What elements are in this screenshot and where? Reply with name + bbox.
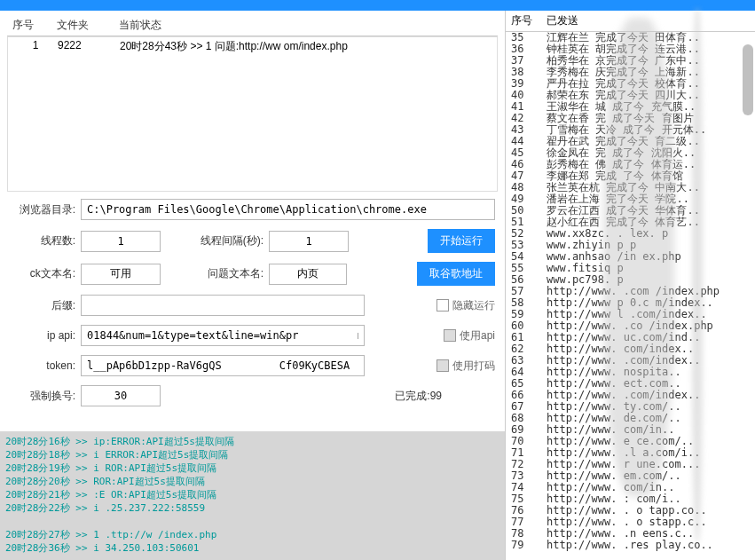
table-row[interactable]: 78http://www. .n eens.c.. [506,528,755,540]
left-table-header: 序号 文件夹 当前状态 [7,15,498,36]
settings-form: 浏览器目录: 线程数: 线程间隔(秒): 开始运行 ck文本名: 问题文本名: … [7,192,498,422]
window-topbar [0,0,755,11]
suffix-input[interactable] [81,295,365,316]
done-status: 已完成:99 [395,389,442,404]
threads-label: 线程数: [10,233,75,248]
log-line: 20时28分16秒 >> ip:ERROR:API超过5s提取间隔 [5,435,499,448]
log-line: 20时28分36秒 >> i 34.250.103:50601 [5,541,499,555]
usecode-label: 使用打码 [452,359,495,374]
start-button[interactable]: 开始运行 [428,229,495,253]
scrollbar[interactable] [743,44,753,115]
table-row[interactable]: 79http://www. .res play.co.. [506,540,755,551]
log-line: 20时28分19秒 >> i ROR:API超过5s提取间隔 [5,461,499,475]
ck-input[interactable] [81,264,161,285]
question-input[interactable] [269,264,347,285]
hide-checkbox-wrap[interactable]: 隐藏运行 [436,298,495,313]
usecode-checkbox-wrap[interactable]: 使用打码 [436,359,495,374]
force-label: 强制换号: [10,389,75,404]
table-row[interactable]: 76http://www. . o tapp.co.. [506,505,755,517]
left-table-body: 1 9222 20时28分43秒 >> 1 问题:http://ww om/in… [7,36,498,192]
token-label: token: [10,359,75,372]
useapi-label: 使用api [460,328,495,343]
force-input[interactable] [81,385,161,406]
ck-label: ck文本名: [10,266,75,281]
col-no: 序号 [7,15,51,35]
table-row[interactable]: 77http://www. . o stapp.c.. [506,517,755,528]
ipapi-label: ip api: [10,329,75,342]
question-label: 问题文本名: [198,266,263,281]
log-line [5,515,499,528]
log-line: 20时28分22秒 >> i .25.237.222:58559 [5,501,499,515]
ipapi-input[interactable] [81,325,365,346]
cell-folder: 9222 [58,39,120,54]
suffix-label: 后缀: [10,298,75,313]
interval-input[interactable] [269,231,349,252]
log-panel: 20时28分16秒 >> ip:ERROR:API超过5s提取间隔20时28分1… [0,431,505,560]
log-line: 20时28分20秒 >> ROR:API超过5s提取间隔 [5,475,499,488]
token-input[interactable] [81,355,365,376]
google-button[interactable]: 取谷歌地址 [417,262,495,286]
blur-overlay [603,18,674,497]
cell-no: 79 [511,540,547,551]
hide-label: 隐藏运行 [452,298,495,313]
cell-sent: http://www. . o tapp.co.. [547,505,750,517]
cell-status: 20时28分43秒 >> 1 问题:http://ww om/index.php [120,39,492,54]
threads-input[interactable] [81,231,161,252]
col-status: 当前状态 [114,15,498,35]
cell-sent: http://www. .res play.co.. [547,540,750,551]
log-line [5,555,499,560]
interval-label: 线程间隔(秒): [198,233,263,248]
browser-path-input[interactable] [81,199,495,220]
cell-no: 1 [13,39,58,54]
checkbox-icon [436,359,449,372]
table-row[interactable]: 1 9222 20时28分43秒 >> 1 问题:http://ww om/in… [8,37,497,56]
left-panel: 序号 文件夹 当前状态 1 9222 20时28分43秒 >> 1 问题:htt… [0,11,505,560]
log-line: 20时28分21秒 >> :E OR:API超过5s提取间隔 [5,488,499,501]
col-no: 序号 [511,13,547,28]
useapi-checkbox-wrap[interactable]: 使用api [444,328,495,343]
blur-overlay [692,9,703,541]
checkbox-icon [444,329,456,342]
cell-sent: http://www. . o stapp.c.. [547,517,750,528]
checkbox-icon [436,299,449,312]
col-folder: 文件夹 [51,15,114,35]
cell-sent: http://www. .n eens.c.. [547,528,750,540]
browser-label: 浏览器目录: [10,202,75,217]
log-line: 20时28分18秒 >> i ERROR:API超过5s提取间隔 [5,448,499,461]
log-line: 20时28分27秒 >> 1 .ttp://w /index.php [5,528,499,541]
